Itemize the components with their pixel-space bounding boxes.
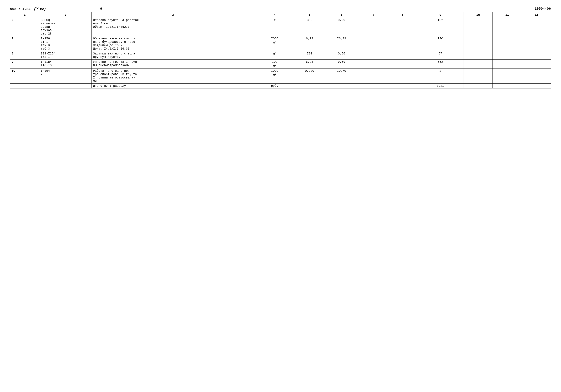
table-cell [324, 84, 359, 88]
doc-number: 902-7-I.84 (Ȳ·κ2) [10, 7, 46, 11]
table-cell: 652 [417, 60, 464, 68]
table-row: 7I-2563I-Iтех.ч.таб.3Обратная засыпка ко… [10, 36, 551, 51]
table-cell [359, 36, 388, 51]
table-cell [359, 51, 388, 60]
col-header-5: 5 [295, 12, 324, 18]
table-cell: 67 [417, 51, 464, 60]
table-cell: I20 [295, 51, 324, 60]
table-row: IOI-I9425-IРабота на отвале притранспорт… [10, 68, 551, 84]
table-cell [388, 84, 417, 88]
col-header-3: 3 [92, 12, 254, 18]
col-header-6: 6 [324, 12, 359, 18]
col-header-4: 4 [254, 12, 295, 18]
table-cell: 829-I254I58-I [39, 51, 91, 60]
table-cell [522, 51, 551, 60]
table-cell: Работа на отвале притранспортировании гр… [92, 68, 254, 84]
table-row: 8829-I254I58-IЗасыпка шахтного стволавру… [10, 51, 551, 60]
table-cell: IIO [417, 36, 464, 51]
col-header-1: I [10, 12, 39, 18]
table-cell: 9,69 [324, 60, 359, 68]
col-header-11: II [493, 12, 522, 18]
table-cell: 67,3 [295, 60, 324, 68]
table-cell: ССРСЦна пере-возкигрузовстр.28 [39, 18, 91, 36]
table-cell [464, 68, 493, 84]
table-cell [464, 51, 493, 60]
table-cell [493, 36, 522, 51]
table-cell [464, 84, 493, 88]
main-table: I 2 3 4 5 6 7 8 9 IO II I2 6ССРСЦна пере… [10, 12, 551, 88]
table-cell [493, 84, 522, 88]
table-cell [522, 60, 551, 68]
col-header-10: IO [464, 12, 493, 18]
table-cell [493, 51, 522, 60]
table-cell: I-I9425-I [39, 68, 91, 84]
table-cell: 352 [295, 18, 324, 36]
table-cell: IOOOм3 [254, 36, 295, 51]
table-cell [359, 84, 388, 88]
table-cell [493, 18, 522, 36]
table-cell: 2 [417, 68, 464, 84]
doc-code: 19504·06 [535, 7, 551, 11]
col-header-7: 7 [359, 12, 388, 18]
table-cell: 6 [10, 18, 39, 36]
col-header-9: 9 [417, 12, 464, 18]
table-cell [522, 18, 551, 36]
table-cell: руб. [254, 84, 295, 88]
table-cell [464, 60, 493, 68]
table-cell: 0,29 [324, 18, 359, 36]
table-cell: м3 [254, 51, 295, 60]
table-cell: Итого по I разделу [92, 84, 254, 88]
table-cell: IO2 [417, 18, 464, 36]
table-cell: 9 [10, 60, 39, 68]
table-cell [388, 68, 417, 84]
table-row: 6ССРСЦна пере-возкигрузовстр.28Отвозка г… [10, 18, 551, 36]
table-cell: 0,220 [295, 68, 324, 84]
table-cell [10, 84, 39, 88]
col-header-12: I2 [522, 12, 551, 18]
table-cell: I6,39 [324, 36, 359, 51]
table-cell: Засыпка шахтного стволавручную грунтом [92, 51, 254, 60]
table-cell: IO [10, 68, 39, 84]
table-cell [295, 84, 324, 88]
table-cell: Отвозка грунта на расстоя-ние I кмОбъем:… [92, 18, 254, 36]
table-cell [493, 68, 522, 84]
table-row: Итого по I разделуруб.392I [10, 84, 551, 88]
table-cell: I-II84II8-IO [39, 60, 91, 68]
table-cell [522, 36, 551, 51]
col-header-8: 8 [388, 12, 417, 18]
page-number: 9 [100, 7, 102, 11]
table-cell: 8 [10, 51, 39, 60]
table-cell [464, 18, 493, 36]
table-cell [359, 68, 388, 84]
table-cell: IO,70 [324, 68, 359, 84]
table-row: 9I-II84II8-IOУплотнение грунта I груп-пы… [10, 60, 551, 68]
table-cell: Уплотнение грунта I груп-пы пневмотрамбо… [92, 60, 254, 68]
formula: (Ȳ·κ2) [34, 7, 46, 11]
table-cell [522, 84, 551, 88]
table-cell [359, 60, 388, 68]
table-cell: Обратная засыпка котло-вана бульдозером … [92, 36, 254, 51]
table-cell [388, 18, 417, 36]
table-cell [522, 68, 551, 84]
table-cell: 6,73 [295, 36, 324, 51]
table-cell: 0,56 [324, 51, 359, 60]
table-cell: 392I [417, 84, 464, 88]
table-cell [493, 60, 522, 68]
table-cell [464, 36, 493, 51]
table-cell: IOOOм3 [254, 68, 295, 84]
col-header-2: 2 [39, 12, 91, 18]
table-cell [388, 51, 417, 60]
table-cell [388, 36, 417, 51]
table-cell: I-2563I-Iтех.ч.таб.3 [39, 36, 91, 51]
table-cell [359, 18, 388, 36]
table-cell: т [254, 18, 295, 36]
table-cell [388, 60, 417, 68]
table-cell: IOOм3 [254, 60, 295, 68]
table-cell [39, 84, 91, 88]
table-cell: 7 [10, 36, 39, 51]
